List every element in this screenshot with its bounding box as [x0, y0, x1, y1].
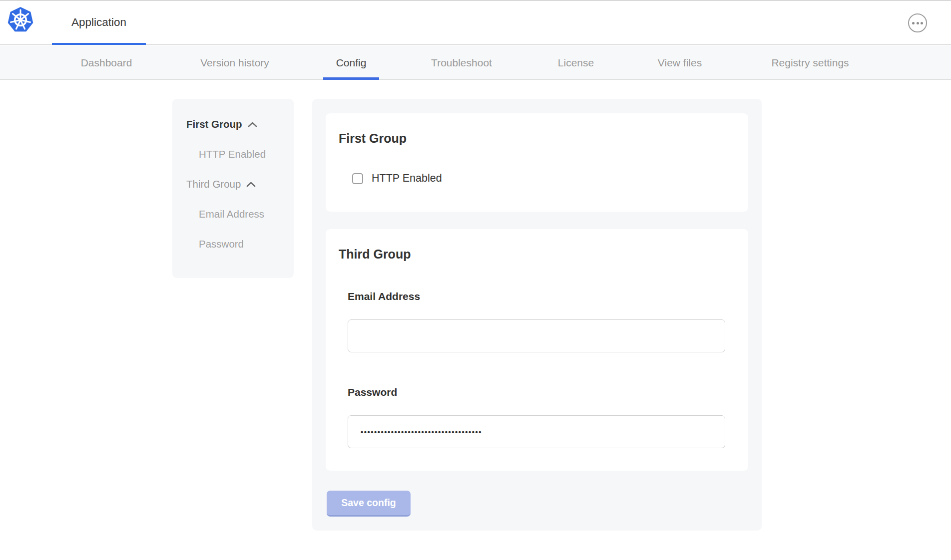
sidebar-item-third-group[interactable]: Third Group: [172, 169, 294, 199]
navtab-config[interactable]: Config: [336, 45, 367, 80]
password-label: Password: [348, 386, 397, 398]
group-title: First Group: [339, 131, 407, 146]
active-tab-underline: [52, 43, 146, 45]
email-address-input[interactable]: [348, 319, 725, 352]
save-config-button[interactable]: Save config: [327, 491, 411, 517]
config-main-panel: First Group HTTP Enabled Third Group Ema…: [312, 99, 762, 531]
app-navbar: Dashboard Version history Config Trouble…: [0, 45, 951, 80]
app-header: Application: [0, 1, 951, 45]
http-enabled-row: HTTP Enabled: [352, 172, 442, 185]
config-group-card-third: Third Group Email Address Password: [326, 229, 748, 471]
sidebar-item-http-enabled[interactable]: HTTP Enabled: [172, 139, 294, 169]
tab-application-label: Application: [71, 16, 126, 28]
email-address-label: Email Address: [348, 290, 420, 302]
sidebar-item-label: Third Group: [186, 178, 241, 190]
navtab-dashboard[interactable]: Dashboard: [81, 45, 132, 80]
config-group-card-first: First Group HTTP Enabled: [326, 113, 748, 212]
http-enabled-checkbox[interactable]: [352, 173, 363, 184]
config-sidebar: First Group HTTP Enabled Third Group Ema…: [172, 99, 294, 278]
group-title: Third Group: [339, 247, 411, 262]
kubernetes-logo-icon: [7, 6, 34, 33]
ellipsis-icon: [912, 22, 915, 24]
active-navtab-underline: [323, 77, 379, 80]
navtab-registry-settings[interactable]: Registry settings: [771, 45, 849, 80]
navtab-troubleshoot[interactable]: Troubleshoot: [431, 45, 492, 80]
sidebar-item-label: Email Address: [199, 208, 264, 220]
tab-application[interactable]: Application: [52, 1, 146, 45]
sidebar-item-email-address[interactable]: Email Address: [172, 199, 294, 229]
http-enabled-label[interactable]: HTTP Enabled: [372, 172, 442, 185]
sidebar-item-first-group[interactable]: First Group: [172, 109, 294, 139]
navtab-version-history[interactable]: Version history: [200, 45, 269, 80]
chevron-up-icon: [246, 182, 256, 187]
navtab-view-files[interactable]: View files: [658, 45, 702, 80]
password-input[interactable]: [348, 415, 725, 448]
more-options-button[interactable]: [908, 13, 927, 32]
navtab-license[interactable]: License: [558, 45, 594, 80]
sidebar-item-label: First Group: [186, 118, 242, 130]
sidebar-item-password[interactable]: Password: [172, 229, 294, 259]
chevron-up-icon: [248, 122, 257, 127]
sidebar-item-label: Password: [199, 238, 244, 250]
sidebar-item-label: HTTP Enabled: [199, 148, 266, 160]
